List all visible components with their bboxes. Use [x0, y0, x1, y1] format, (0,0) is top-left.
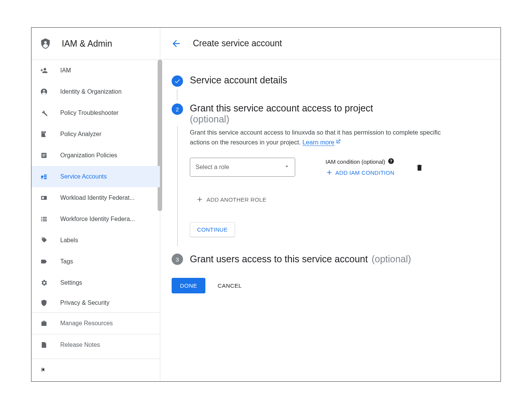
- sidebar-title: IAM & Admin: [62, 39, 112, 49]
- main: Create service account Service account d…: [160, 28, 501, 381]
- app-frame: IAM & Admin IAM Identity & Organization …: [31, 27, 501, 382]
- label-icon: [40, 257, 48, 266]
- step-2-optional: (optional): [190, 114, 373, 125]
- step-2-title: Grant this service account access to pro…: [190, 103, 373, 114]
- sidebar-item-identity[interactable]: Identity & Organization: [31, 81, 160, 102]
- document-icon: [40, 151, 48, 160]
- step-1-header[interactable]: Service account details: [172, 75, 489, 87]
- person-add-icon: [40, 66, 48, 75]
- step-2-content: Grant this service account access to lin…: [172, 125, 489, 244]
- main-header: Create service account: [160, 28, 501, 60]
- shield-icon: [40, 37, 51, 50]
- sidebar-item-workload-identity[interactable]: Workload Identity Federat...: [31, 187, 160, 208]
- sidebar-item-workforce-identity[interactable]: Workforce Identity Federa...: [31, 208, 160, 230]
- step-connector: [177, 89, 177, 100]
- sidebar-header: IAM & Admin: [31, 28, 160, 60]
- add-another-role-button[interactable]: ADD ANOTHER ROLE: [196, 196, 455, 203]
- sidebar: IAM & Admin IAM Identity & Organization …: [31, 28, 160, 381]
- sidebar-item-label: Manage Resources: [60, 320, 113, 327]
- step-3-optional: (optional): [372, 254, 411, 265]
- step-2-badge: 2: [172, 103, 183, 115]
- role-select[interactable]: Select a role: [190, 158, 295, 177]
- sidebar-item-label: Workload Identity Federat...: [60, 194, 135, 201]
- sidebar-item-org-policies[interactable]: Organization Policies: [31, 145, 160, 166]
- analyzer-icon: [40, 130, 48, 138]
- sidebar-item-label: IAM: [60, 67, 71, 74]
- gear-icon: [40, 279, 48, 287]
- help-icon[interactable]: ?: [388, 158, 394, 166]
- content-row: IAM & Admin IAM Identity & Organization …: [31, 28, 501, 381]
- open-in-new-icon: [335, 139, 341, 146]
- back-button[interactable]: [171, 38, 182, 49]
- chevron-left-icon: [40, 366, 47, 375]
- service-account-icon: [40, 172, 48, 181]
- step-2-header: 2 Grant this service account access to p…: [172, 103, 489, 125]
- tag-icon: [40, 236, 48, 244]
- step-3-header[interactable]: 3 Grant users access to this service acc…: [172, 253, 489, 265]
- cancel-button[interactable]: CANCEL: [217, 282, 242, 289]
- sidebar-item-label: Service Accounts: [60, 173, 107, 180]
- sidebar-item-service-accounts[interactable]: Service Accounts: [31, 166, 160, 187]
- sidebar-collapse[interactable]: [31, 359, 160, 381]
- sidebar-item-labels[interactable]: Labels: [31, 230, 160, 251]
- dropdown-icon: [284, 164, 289, 171]
- step-3-badge: 3: [172, 254, 183, 265]
- sidebar-item-label: Policy Troubleshooter: [60, 110, 119, 116]
- svg-point-2: [43, 90, 45, 92]
- check-icon: [172, 75, 183, 87]
- svg-point-0: [44, 41, 47, 44]
- sidebar-item-label: Labels: [60, 237, 78, 244]
- sidebar-item-release-notes[interactable]: Release Notes: [31, 334, 160, 356]
- sidebar-item-privacy[interactable]: Privacy & Security: [31, 293, 160, 312]
- sidebar-item-label: Release Notes: [60, 342, 100, 348]
- iam-condition-column: IAM condition (optional) ? ADD IAM CONDI…: [325, 158, 394, 176]
- sidebar-item-label: Organization Policies: [60, 152, 117, 159]
- role-row: Select a role IAM condition (optional) ?: [190, 158, 455, 177]
- step-3-title: Grant users access to this service accou…: [190, 254, 368, 265]
- add-iam-condition-button[interactable]: ADD IAM CONDITION: [325, 169, 394, 176]
- sidebar-item-label: Tags: [60, 258, 73, 265]
- done-button[interactable]: DONE: [172, 278, 205, 293]
- sidebar-item-manage-resources[interactable]: Manage Resources: [31, 313, 160, 334]
- action-row: DONE CANCEL: [172, 278, 489, 293]
- wrench-icon: [40, 109, 48, 117]
- sidebar-item-label: Settings: [60, 279, 82, 286]
- role-placeholder: Select a role: [196, 164, 229, 171]
- sidebar-item-label: Policy Analyzer: [60, 131, 102, 138]
- svg-text:?: ?: [390, 159, 392, 163]
- sidebar-item-analyzer[interactable]: Policy Analyzer: [31, 124, 160, 145]
- briefcase-icon: [40, 319, 48, 328]
- sidebar-scroll: IAM Identity & Organization Policy Troub…: [31, 60, 160, 359]
- sidebar-item-settings[interactable]: Settings: [31, 272, 160, 293]
- delete-button[interactable]: [416, 164, 423, 173]
- workload-icon: [40, 194, 48, 202]
- learn-more-link[interactable]: Learn more: [302, 139, 334, 146]
- svg-rect-4: [42, 197, 44, 199]
- sidebar-item-iam[interactable]: IAM: [31, 60, 160, 81]
- person-icon: [40, 88, 48, 96]
- main-body: Service account details 2 Grant this ser…: [160, 60, 501, 381]
- notes-icon: [40, 341, 48, 349]
- svg-rect-5: [42, 368, 42, 371]
- sidebar-item-label: Identity & Organization: [60, 88, 122, 95]
- step-1-title: Service account details: [190, 75, 287, 86]
- page-title: Create service account: [193, 38, 282, 49]
- sidebar-item-label: Privacy & Security: [60, 299, 110, 306]
- continue-button[interactable]: CONTINUE: [190, 222, 235, 237]
- iam-condition-label: IAM condition (optional) ?: [325, 158, 394, 166]
- list-icon: [40, 215, 48, 223]
- sidebar-item-label: Workforce Identity Federa...: [60, 216, 135, 223]
- sidebar-item-tags[interactable]: Tags: [31, 251, 160, 272]
- shield-small-icon: [40, 299, 48, 307]
- sidebar-item-troubleshooter[interactable]: Policy Troubleshooter: [31, 102, 160, 124]
- step-2-description: Grant this service account access to lin…: [190, 128, 455, 147]
